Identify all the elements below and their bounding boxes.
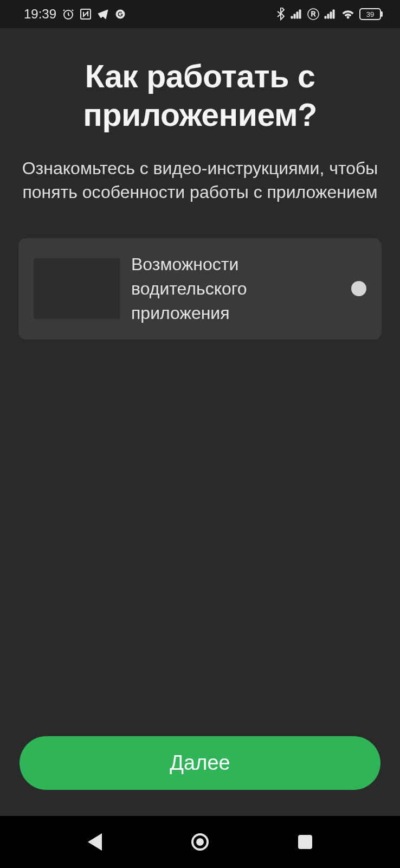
status-bar-right: R 39 [276, 8, 383, 21]
recent-apps-button[interactable] [298, 835, 312, 849]
telegram-icon [96, 8, 109, 21]
home-button[interactable] [191, 833, 209, 851]
video-instruction-card[interactable]: Возможности водительского приложения [18, 238, 382, 339]
video-thumbnail [34, 258, 120, 319]
app-content: Как работать с приложением? Ознакомьтесь… [0, 28, 400, 816]
nfc-icon [79, 8, 92, 21]
next-button[interactable]: Далее [20, 736, 380, 790]
page-title: Как работать с приложением? [18, 58, 382, 135]
bluetooth-icon [276, 8, 286, 21]
status-bar-left: 19:39 [24, 7, 127, 22]
status-time: 19:39 [24, 7, 56, 22]
status-icons-left [62, 8, 127, 21]
navigation-bar [0, 816, 400, 868]
back-button[interactable] [88, 833, 102, 851]
status-bar: 19:39 R 39 [0, 0, 400, 28]
status-dot-icon [351, 281, 366, 296]
signal-icon [290, 9, 303, 20]
battery-indicator: 39 [359, 8, 383, 20]
battery-percent: 39 [366, 10, 374, 18]
svg-text:R: R [311, 10, 316, 18]
page-subtitle: Ознакомьтесь с видео-инструкциями, чтобы… [18, 156, 382, 205]
wifi-icon [341, 9, 355, 20]
google-icon [114, 8, 127, 21]
signal-icon-2 [324, 9, 337, 20]
alarm-icon [62, 8, 75, 21]
roaming-icon: R [307, 8, 319, 20]
video-title: Возможности водительского приложения [131, 252, 340, 325]
